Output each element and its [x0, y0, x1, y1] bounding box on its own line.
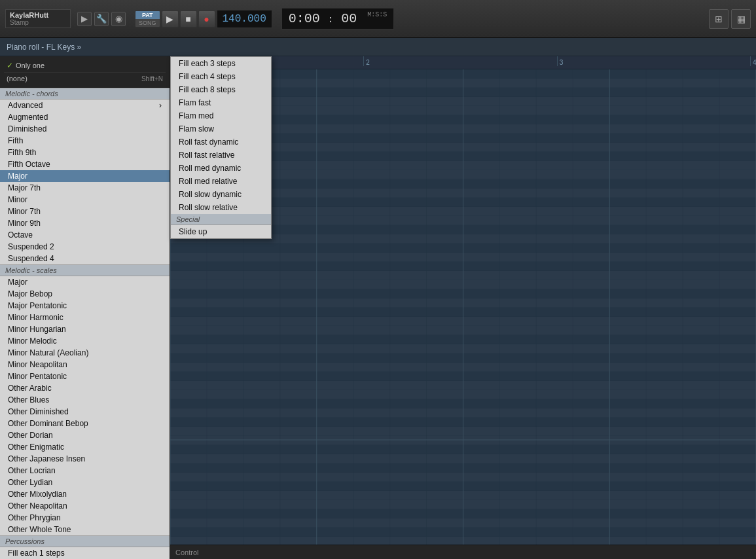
pat-label: PAT [135, 11, 160, 19]
stamp-control: ✓ Only one (none) Shift+N [0, 56, 170, 88]
second-dropdown: Fill each 3 steps Fill each 4 steps Fill… [170, 56, 272, 239]
menu-item-roll-med-dynamic[interactable]: Roll med dynamic [171, 162, 271, 175]
menu-item-octave[interactable]: Octave [0, 229, 170, 241]
melodic-chords-header: Melodic - chords [0, 88, 170, 99]
bpm-value: 140.000 [223, 13, 266, 25]
layout-button[interactable]: ▦ [731, 9, 751, 29]
shortcut-label: Shift+N [141, 75, 163, 82]
menu-item-fill-1-steps[interactable]: Fill each 1 steps [0, 547, 170, 559]
main-dropdown: Melodic - chords Advanced Augmented Dimi… [0, 88, 170, 559]
menu-item-other-enigmatic[interactable]: Other Enigmatic [0, 441, 170, 453]
menu-item-minor-melodic[interactable]: Minor Melodic [0, 335, 170, 347]
marker-3: 3 [557, 56, 564, 66]
menu-item-other-phrygian[interactable]: Other Phrygian [0, 512, 170, 524]
none-row[interactable]: (none) Shift+N [4, 73, 166, 84]
menu-item-diminished[interactable]: Diminished [0, 123, 170, 135]
menu-item-other-locrian[interactable]: Other Locrian [0, 465, 170, 477]
menu-item-fill-8-steps[interactable]: Fill each 8 steps [171, 83, 271, 96]
menu-item-other-lydian[interactable]: Other Lydian [0, 477, 170, 488]
menu-item-other-dominant-bebop[interactable]: Other Dominant Bebop [0, 418, 170, 429]
menu-item-fill-3-steps[interactable]: Fill each 3 steps [171, 57, 271, 70]
menu-item-flam-med[interactable]: Flam med [171, 109, 271, 122]
only-one-label: Only one [16, 62, 45, 69]
top-bar-right: ⊞ ▦ [709, 9, 751, 29]
marker-2: 2 [363, 56, 370, 66]
menu-item-roll-slow-relative[interactable]: Roll slow relative [171, 201, 271, 214]
menu-item-roll-slow-dynamic[interactable]: Roll slow dynamic [171, 188, 271, 201]
menu-item-roll-med-relative[interactable]: Roll med relative [171, 175, 271, 188]
menu-item-minor-hungarian[interactable]: Minor Hungarian [0, 323, 170, 335]
menu-item-fifth-9th[interactable]: Fifth 9th [0, 147, 170, 158]
marker-4: 4 [750, 56, 756, 66]
project-name: KaylaRHutt [10, 11, 66, 19]
menu-item-other-arabic[interactable]: Other Arabic [0, 382, 170, 394]
bottom-bar: Control [170, 545, 756, 559]
menu-item-major[interactable]: Major [0, 170, 170, 182]
transport-section: PAT SONG ▶ ■ ● 140.000 [135, 10, 272, 28]
record-button[interactable]: ● [198, 10, 215, 27]
menu-item-fifth[interactable]: Fifth [0, 135, 170, 147]
time-value: 0:00 [289, 11, 320, 26]
bpm-display[interactable]: 140.000 [217, 10, 272, 28]
menu-item-suspended-2[interactable]: Suspended 2 [0, 241, 170, 253]
menu-item-minor-harmonic[interactable]: Minor Harmonic [0, 312, 170, 323]
menu-item-scale-major[interactable]: Major [0, 276, 170, 288]
stop-button[interactable]: ■ [180, 10, 197, 27]
menu-item-slide-up[interactable]: Slide up [171, 225, 271, 238]
menu-item-fill-4-steps[interactable]: Fill each 4 steps [171, 70, 271, 83]
left-panel: ✓ Only one (none) Shift+N Melodic - chor… [0, 56, 170, 559]
menu-item-flam-fast[interactable]: Flam fast [171, 96, 271, 109]
menu-item-other-neapolitan[interactable]: Other Neapolitan [0, 500, 170, 512]
only-one-row[interactable]: ✓ Only one [4, 59, 166, 73]
menu-item-fifth-octave[interactable]: Fifth Octave [0, 158, 170, 170]
menu-item-other-whole-tone[interactable]: Other Whole Tone [0, 524, 170, 535]
menu-item-roll-fast-dynamic[interactable]: Roll fast dynamic [171, 135, 271, 149]
pat-song-toggle[interactable]: PAT SONG [135, 10, 160, 27]
menu-item-flam-slow[interactable]: Flam slow [171, 122, 271, 135]
menu-item-other-japanese-insen[interactable]: Other Japanese Insen [0, 453, 170, 465]
arrow-icon[interactable]: ▶ [77, 12, 92, 26]
percussions-header: Percussions [0, 535, 170, 547]
top-bar: KaylaRHutt Stamp ▶ 🔧 ◉ PAT SONG ▶ ■ ● 14… [0, 0, 756, 38]
menu-item-major-bebop[interactable]: Major Bebop [0, 288, 170, 300]
control-label: Control [175, 549, 198, 556]
piano-roll-titlebar: Piano roll - FL Keys » [0, 38, 756, 56]
play-button[interactable]: ▶ [162, 10, 179, 27]
wrench-icon[interactable]: 🔧 [94, 12, 109, 26]
menu-item-minor[interactable]: Minor [0, 194, 170, 206]
ms-label: M:S:S [367, 11, 387, 18]
project-info: KaylaRHutt Stamp [5, 9, 71, 28]
melodic-scales-header: Melodic - scales [0, 264, 170, 276]
menu-item-minor-pentatonic[interactable]: Minor Pentatonic [0, 370, 170, 382]
menu-item-major-7th[interactable]: Major 7th [0, 182, 170, 194]
menu-item-minor-7th[interactable]: Minor 7th [0, 206, 170, 217]
menu-item-other-dorian[interactable]: Other Dorian [0, 429, 170, 441]
menu-item-roll-fast-relative[interactable]: Roll fast relative [171, 149, 271, 162]
menu-item-minor-neapolitan[interactable]: Minor Neapolitan [0, 359, 170, 370]
menu-item-minor-9th[interactable]: Minor 9th [0, 217, 170, 229]
menu-item-other-diminished[interactable]: Other Diminished [0, 406, 170, 418]
main-area: ✓ Only one (none) Shift+N Melodic - chor… [0, 56, 756, 559]
view-toggle-button[interactable]: ⊞ [709, 9, 729, 29]
menu-item-augmented[interactable]: Augmented [0, 111, 170, 123]
special-section-header: Special [171, 214, 271, 225]
song-label: SONG [135, 19, 160, 27]
toolbar-icons: ▶ 🔧 ◉ [77, 12, 126, 26]
time-display: 0:00 : 00 M:S:S [281, 8, 395, 29]
menu-item-advanced[interactable]: Advanced [0, 99, 170, 111]
stop-icon: ■ [185, 14, 190, 24]
menu-item-other-blues[interactable]: Other Blues [0, 394, 170, 406]
menu-item-minor-natural[interactable]: Minor Natural (Aeolian) [0, 347, 170, 359]
menu-item-major-pentatonic[interactable]: Major Pentatonic [0, 300, 170, 312]
menu-item-other-mixolydian[interactable]: Other Mixolydian [0, 488, 170, 500]
time-sub: 00 [341, 11, 357, 26]
plugin-icon[interactable]: ◉ [111, 12, 126, 26]
none-label: (none) [7, 75, 27, 82]
instrument-name: Stamp [10, 19, 66, 26]
menu-item-suspended-4[interactable]: Suspended 4 [0, 253, 170, 264]
play-icon: ▶ [166, 14, 173, 24]
checkmark-icon: ✓ [7, 61, 13, 70]
piano-roll-title: Piano roll - FL Keys » [7, 43, 81, 52]
record-icon: ● [204, 14, 209, 24]
